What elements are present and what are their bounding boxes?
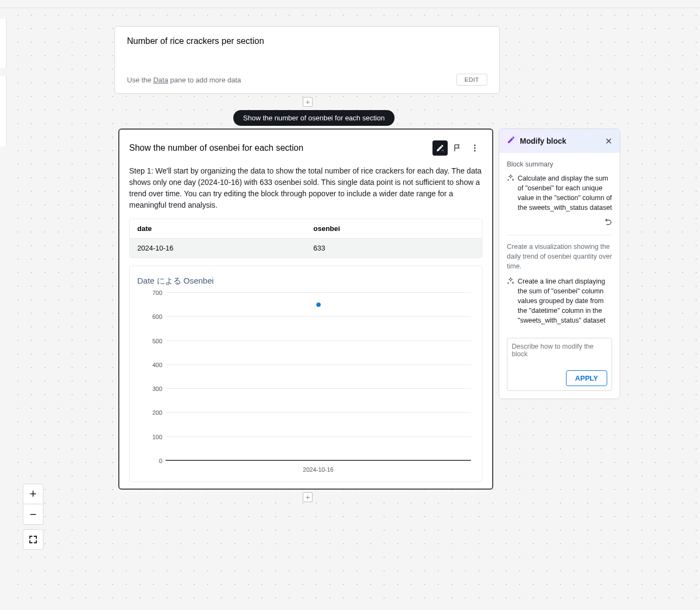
chart-area: 01002003004005006007002024-10-16: [137, 293, 474, 476]
edit-button[interactable]: EDIT: [456, 74, 487, 86]
sparkle-icon: [507, 174, 514, 184]
svg-point-0: [474, 145, 476, 146]
suggestion-text: Create a line chart displaying the sum o…: [518, 277, 612, 326]
step-description: Step 1: We'll start by organizing the da…: [129, 165, 482, 211]
chart-ytick: 700: [147, 290, 162, 296]
zoom-out-button[interactable]: −: [23, 504, 43, 525]
modify-block-panel: Modify block ✕ Block summary Calculate a…: [499, 129, 620, 399]
block-title: Show the number of osenbei for each sect…: [129, 143, 430, 153]
chart-ytick: 400: [147, 362, 162, 368]
svg-point-2: [474, 150, 476, 152]
modify-input[interactable]: [512, 343, 607, 370]
svg-point-1: [474, 147, 476, 149]
table-row: 2024-10-16 633: [130, 239, 482, 258]
add-block-button-top[interactable]: +: [303, 97, 313, 107]
close-icon[interactable]: ✕: [605, 136, 612, 146]
undo-icon[interactable]: [603, 217, 612, 228]
chart-ytick: 0: [147, 458, 162, 464]
flag-icon[interactable]: [450, 140, 465, 156]
chart-ytick: 300: [147, 386, 162, 392]
data-pane-link[interactable]: Data: [153, 76, 168, 84]
zoom-in-button[interactable]: +: [23, 484, 43, 504]
chart-container: Date による Osenbei 01002003004005006007002…: [129, 266, 482, 482]
chart-ytick: 600: [147, 313, 162, 320]
result-table: date osenbei 2024-10-16 633: [129, 219, 482, 258]
data-hint: Use the Data pane to add more data: [127, 76, 241, 84]
chart-xtick: 2024-10-16: [303, 466, 333, 473]
wand-icon: [507, 136, 516, 146]
block-summary-label: Block summary: [507, 160, 612, 168]
add-block-button-bottom[interactable]: +: [303, 492, 313, 502]
fullscreen-button[interactable]: [23, 529, 43, 550]
chart-title: Date による Osenbei: [137, 276, 474, 286]
chart-point: [316, 303, 321, 307]
analysis-block-card: Show the number of osenbei for each sect…: [118, 129, 493, 490]
suggestion-intro: Create a visualization showing the daily…: [507, 242, 612, 271]
modify-panel-title: Modify block: [520, 137, 605, 145]
edit-block-icon[interactable]: [432, 140, 448, 156]
block-tooltip: Show the number of osenbei for each sect…: [233, 110, 394, 126]
chart-ytick: 200: [147, 409, 162, 416]
chart-ytick: 100: [147, 434, 162, 440]
intro-block-title: Number of rice crackers per section: [127, 36, 487, 46]
table-header-osenbei: osenbei: [306, 219, 482, 238]
chart-ytick: 500: [147, 338, 162, 344]
sparkle-icon: [507, 277, 514, 287]
table-header-date: date: [130, 219, 306, 238]
more-menu-icon[interactable]: [467, 140, 482, 156]
intro-block-card: Number of rice crackers per section Use …: [114, 26, 500, 94]
apply-button[interactable]: APPLY: [566, 370, 607, 386]
block-summary-text: Calculate and display the sum of "osenbe…: [518, 174, 612, 213]
